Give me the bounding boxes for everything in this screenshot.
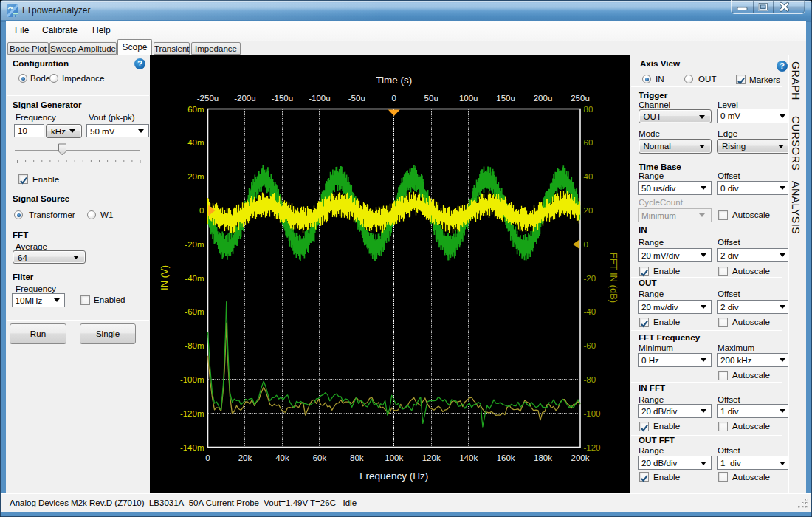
svg-text:40: 40 [584,172,593,181]
svg-text:-120: -120 [584,443,601,452]
svg-text:-250u: -250u [197,94,219,103]
svg-text:80: 80 [584,105,593,114]
svg-text:60m: 60m [187,105,204,114]
svg-text:180k: 180k [534,453,552,462]
svg-text:-60m: -60m [185,307,204,316]
svg-text:20: 20 [584,206,593,215]
svg-text:Time (s): Time (s) [376,75,412,86]
svg-text:140k: 140k [459,453,478,462]
svg-text:200u: 200u [534,94,553,103]
svg-text:100k: 100k [385,453,403,462]
svg-text:20k: 20k [238,453,252,462]
svg-text:-80m: -80m [185,341,204,350]
svg-text:-120m: -120m [180,409,204,418]
svg-text:0: 0 [584,240,588,249]
svg-text:0: 0 [205,453,210,462]
svg-text:60k: 60k [313,453,327,462]
svg-text:120k: 120k [422,453,441,462]
svg-text:250u: 250u [571,94,590,103]
svg-text:-20: -20 [584,274,596,283]
svg-text:-140m: -140m [180,443,204,452]
svg-text:-40m: -40m [185,274,204,283]
svg-text:-80: -80 [584,375,596,384]
svg-text:-200u: -200u [234,94,255,103]
svg-text:100u: 100u [459,94,478,103]
svg-text:50u: 50u [424,94,438,103]
svg-text:40m: 40m [187,138,204,147]
svg-text:FFT IN (dB): FFT IN (dB) [608,253,619,303]
svg-text:-100u: -100u [309,94,330,103]
svg-text:40k: 40k [275,453,289,462]
svg-text:Frequency (Hz): Frequency (Hz) [359,470,428,482]
svg-text:-60: -60 [584,341,596,350]
svg-text:-100m: -100m [180,375,204,384]
svg-text:-20m: -20m [185,240,204,249]
svg-text:60: 60 [584,138,593,147]
svg-text:20m: 20m [187,172,204,181]
svg-text:-100: -100 [584,409,601,418]
svg-text:-40: -40 [584,307,596,316]
svg-text:160k: 160k [497,453,515,462]
svg-text:-150u: -150u [272,94,293,103]
svg-text:150u: 150u [496,94,515,103]
svg-text:IN (V): IN (V) [159,265,170,290]
svg-text:0: 0 [199,206,204,215]
svg-text:-50u: -50u [348,94,365,103]
svg-text:80k: 80k [350,453,364,462]
svg-text:0: 0 [392,94,396,103]
svg-text:200k: 200k [571,453,590,462]
